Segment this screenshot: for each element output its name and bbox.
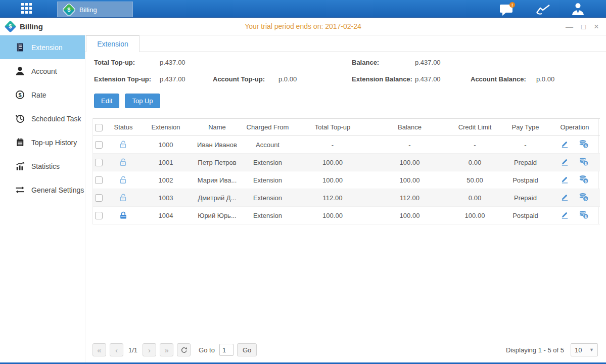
cell-credit-limit: 0.00 [448, 189, 501, 207]
col-credit-limit: Credit Limit [448, 119, 501, 136]
app-launcher-icon[interactable] [21, 3, 32, 14]
topbar-tab-label: Billing [79, 6, 97, 14]
refresh-button[interactable] [177, 343, 191, 356]
cell-credit-limit: - [448, 136, 501, 154]
cell-pay-type: Postpaid [501, 207, 549, 224]
sidebar-item-extension[interactable]: Extension [0, 35, 85, 59]
cell-name: Дмитрий Д... [193, 189, 241, 207]
extension-balance-label: Extension Balance: [352, 75, 415, 83]
sidebar-item-topup-history[interactable]: Top-up History [0, 130, 85, 154]
cell-balance: 100.00 [371, 207, 448, 224]
cell-pay-type: - [501, 136, 549, 154]
window-title-text: Billing [20, 22, 43, 31]
edit-row-icon[interactable] [561, 157, 569, 167]
edit-row-icon[interactable] [561, 210, 569, 220]
status-unlocked-icon [119, 140, 128, 148]
bar-chart-icon [15, 161, 25, 171]
notifications-icon[interactable]: ! [499, 2, 516, 16]
edit-row-icon[interactable] [561, 175, 569, 185]
extension-table-body: 1000 Иван Иванов Account - - - - $ [93, 136, 600, 224]
row-checkbox[interactable] [95, 141, 103, 149]
extension-balance-value: p.437.00 [415, 75, 471, 83]
sidebar-item-account[interactable]: Account [0, 59, 85, 83]
col-balance: Balance [371, 119, 448, 136]
account-balance-label: Account Balance: [471, 75, 536, 83]
cell-balance: 112.00 [371, 189, 448, 207]
col-total-topup: Total Top-up [294, 119, 371, 136]
cell-pay-type: Postpaid [501, 171, 549, 189]
chevron-down-icon: ▼ [589, 347, 594, 352]
topup-row-icon[interactable]: $ [579, 210, 589, 221]
col-pay-type: Pay Type [501, 119, 549, 136]
table-row: 1004 Юрий Юрь... Extension 100.00 100.00… [93, 207, 600, 224]
cell-total-topup: 100.00 [294, 171, 371, 189]
page-size-value: 10 [575, 346, 582, 354]
first-page-button[interactable]: « [92, 343, 106, 356]
cell-pay-type: Prepaid [501, 189, 549, 207]
monitor-chart-icon[interactable] [536, 3, 551, 15]
sidebar-item-label: Rate [31, 91, 46, 99]
cell-charged-from: Extension [241, 154, 294, 171]
total-topup-label: Total Top-up: [94, 59, 160, 66]
topup-row-icon[interactable]: $ [579, 175, 589, 186]
go-button[interactable]: Go [237, 343, 257, 356]
table-header-row: Status Extension Name Charged From Total… [93, 119, 600, 136]
balance-label: Balance: [352, 59, 415, 66]
notebook-icon [15, 138, 25, 147]
svg-text:$: $ [18, 92, 21, 98]
select-all-checkbox[interactable] [95, 124, 103, 131]
col-extension: Extension [138, 119, 193, 136]
last-page-button[interactable]: » [160, 343, 173, 356]
close-button[interactable]: × [594, 22, 599, 31]
window-title: $ Billing [6, 22, 43, 31]
cell-charged-from: Account [241, 136, 294, 154]
page-size-select[interactable]: 10 ▼ [571, 343, 598, 356]
sidebar-item-label: General Settings [31, 186, 84, 194]
sidebar-item-label: Scheduled Task [31, 115, 81, 123]
minimize-button[interactable]: — [566, 23, 573, 30]
row-checkbox[interactable] [95, 212, 103, 219]
topbar-tab-billing[interactable]: $ Billing [57, 2, 133, 17]
clock-icon [15, 114, 25, 123]
row-checkbox[interactable] [95, 159, 103, 166]
account-topup-label: Account Top-up: [213, 75, 278, 83]
top-up-button[interactable]: Top Up [125, 94, 160, 108]
cell-pay-type: Prepaid [501, 154, 549, 171]
total-topup-value: p.437.00 [160, 59, 213, 66]
cell-balance: 100.00 [371, 171, 448, 189]
topup-row-icon[interactable]: $ [579, 157, 589, 168]
edit-button[interactable]: Edit [94, 94, 119, 108]
sidebar-item-general-settings[interactable]: General Settings [0, 178, 85, 202]
edit-row-icon[interactable] [561, 140, 569, 150]
prev-page-button[interactable]: ‹ [110, 343, 123, 356]
topup-row-icon[interactable]: $ [579, 193, 589, 203]
tab-extension[interactable]: Extension [86, 35, 139, 52]
account-topup-value: p.0.00 [278, 75, 352, 83]
sidebar-item-rate[interactable]: $ Rate [0, 83, 85, 107]
sidebar-item-statistics[interactable]: Statistics [0, 154, 85, 178]
svg-text:!: ! [511, 2, 513, 7]
cell-extension: 1000 [138, 136, 193, 154]
row-checkbox[interactable] [95, 194, 103, 202]
maximize-button[interactable]: □ [581, 23, 586, 30]
cell-name: Петр Петров [193, 154, 241, 171]
cell-balance: - [371, 136, 448, 154]
cell-extension: 1002 [138, 171, 193, 189]
main-panel: Extension Total Top-up: p.437.00 Balance… [85, 35, 606, 362]
balance-value: p.437.00 [415, 59, 471, 66]
sidebar-item-scheduled-task[interactable]: Scheduled Task [0, 107, 85, 130]
user-account-icon[interactable] [571, 2, 585, 16]
sidebar: Extension Account $ Rate [0, 35, 85, 362]
titlebar: $ Billing Your trial period ends on: 201… [0, 18, 606, 35]
sidebar-item-label: Account [31, 67, 57, 75]
sidebar-item-label: Extension [31, 43, 62, 52]
table-row: 1002 Мария Ива... Extension 100.00 100.0… [93, 171, 600, 189]
cell-total-topup: 100.00 [294, 207, 371, 224]
cell-total-topup: 100.00 [294, 154, 371, 171]
topup-row-icon[interactable]: $ [579, 140, 589, 150]
next-page-button[interactable]: › [143, 343, 156, 356]
col-status: Status [108, 119, 138, 136]
goto-page-input[interactable] [219, 344, 234, 356]
row-checkbox[interactable] [95, 176, 103, 184]
edit-row-icon[interactable] [561, 193, 569, 203]
